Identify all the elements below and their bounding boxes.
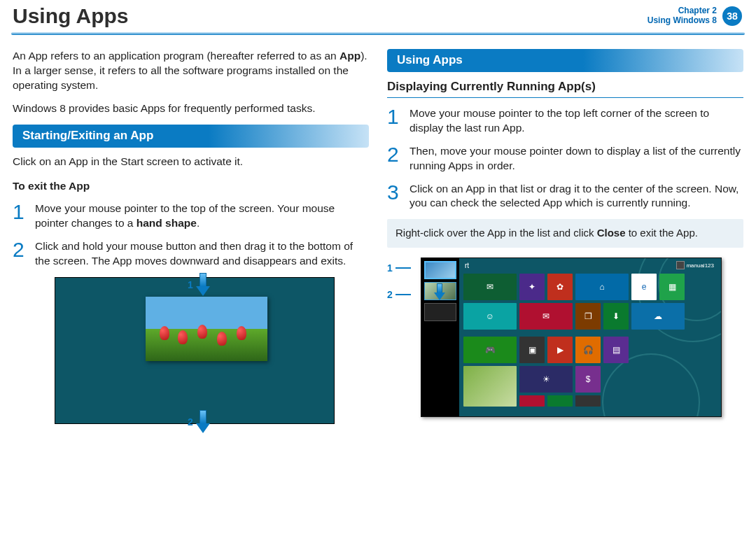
step-body: Move your mouse pointer to the top left … bbox=[410, 106, 743, 136]
exit-heading: To exit the App bbox=[13, 179, 369, 194]
right-step-3: 3 Click on an App in that list or drag i… bbox=[387, 182, 743, 211]
app-thumbnail bbox=[424, 303, 456, 321]
tile: 🎧 bbox=[575, 337, 601, 363]
start-screen-label: rt bbox=[465, 261, 469, 271]
figure-callout-2: 2 bbox=[188, 410, 210, 434]
start-text: Click on an App in the Start screen to a… bbox=[13, 155, 369, 169]
left-column: An App refers to an application program … bbox=[13, 49, 369, 435]
step-number: 3 bbox=[387, 182, 402, 211]
step-number: 2 bbox=[13, 239, 28, 269]
tile: ▣ bbox=[519, 337, 545, 363]
tile bbox=[547, 395, 573, 407]
tile: ❐ bbox=[575, 303, 601, 330]
tile: ⌂ bbox=[575, 274, 629, 300]
app-thumbnail bbox=[424, 261, 456, 279]
left-step-2: 2 Click and hold your mouse button and t… bbox=[13, 239, 369, 269]
note-box-close-app: Right-click over the App in the list and… bbox=[387, 219, 743, 247]
step-body: Move your mouse pointer to the top of th… bbox=[35, 202, 369, 231]
step-body: Then, move your mouse pointer down to di… bbox=[410, 144, 743, 174]
user-avatar-icon bbox=[676, 261, 685, 269]
tile: ✉ bbox=[463, 274, 517, 300]
tile bbox=[519, 395, 545, 407]
tile: ☺ bbox=[463, 303, 517, 330]
left-step-1: 1 Move your mouse pointer to the top of … bbox=[13, 202, 369, 231]
running-apps-sidebar bbox=[421, 258, 459, 416]
intro-paragraph-1: An App refers to an application program … bbox=[13, 49, 369, 93]
section-line: Using Windows 8 bbox=[648, 16, 717, 26]
app-window-thumbnail bbox=[146, 297, 267, 361]
tile: ☁ bbox=[631, 303, 685, 330]
figure-callout-2: 2 bbox=[387, 288, 411, 302]
tile bbox=[575, 395, 601, 407]
figure-running-apps: 1 2 bbox=[387, 258, 743, 417]
step-number: 1 bbox=[13, 202, 28, 231]
header-meta: Chapter 2 Using Windows 8 38 bbox=[648, 6, 742, 26]
tile: ✿ bbox=[547, 274, 573, 300]
start-screen-screenshot: rt manual123 ✉ ✦ ✿ ⌂ e ▦ ☺ ✉ ❐ ⬇ ☁ bbox=[421, 258, 722, 417]
arrow-down-icon bbox=[196, 273, 210, 297]
tile: e bbox=[631, 274, 657, 300]
tile bbox=[463, 366, 517, 407]
content-columns: An App refers to an application program … bbox=[0, 35, 756, 442]
intro-paragraph-2: Windows 8 provides basic Apps for freque… bbox=[13, 101, 369, 116]
section-bar-starting-exiting: Starting/Exiting an App bbox=[13, 125, 369, 148]
tile: ⬇ bbox=[603, 303, 629, 330]
tile: 🎮 bbox=[463, 337, 517, 363]
figure-callout-1: 1 bbox=[188, 273, 210, 297]
right-column: Using Apps Displaying Currently Running … bbox=[387, 49, 743, 435]
chapter-line: Chapter 2 bbox=[648, 6, 717, 16]
page-title: Using Apps bbox=[13, 4, 129, 28]
arrow-down-icon bbox=[196, 410, 210, 434]
right-step-1: 1 Move your mouse pointer to the top lef… bbox=[387, 106, 743, 136]
user-name-label: manual123 bbox=[686, 262, 714, 270]
figure-exit-app: 1 2 bbox=[55, 277, 335, 435]
tile: ▦ bbox=[659, 274, 685, 300]
step-body: Click on an App in that list or drag it … bbox=[410, 182, 743, 211]
step-body: Click and hold your mouse button and the… bbox=[35, 239, 369, 269]
tile: $ bbox=[575, 366, 601, 393]
figure-callout-1: 1 bbox=[387, 262, 411, 275]
tile: ✉ bbox=[519, 303, 573, 330]
sub-heading-display-running: Displaying Currently Running App(s) bbox=[387, 79, 743, 98]
page-header: Using Apps Chapter 2 Using Windows 8 38 bbox=[0, 0, 756, 29]
arrow-down-icon bbox=[434, 283, 445, 302]
tile: ☀ bbox=[519, 366, 573, 393]
step-number: 1 bbox=[387, 106, 402, 136]
tiles-grid: ✉ ✦ ✿ ⌂ e ▦ ☺ ✉ ❐ ⬇ ☁ 🎮 ▣ ▶ 🎧 bbox=[463, 274, 715, 412]
tile: ▶ bbox=[547, 337, 573, 363]
step-number: 2 bbox=[387, 144, 402, 174]
section-bar-using-apps: Using Apps bbox=[387, 49, 743, 72]
chapter-info: Chapter 2 Using Windows 8 bbox=[648, 6, 717, 26]
right-step-2: 2 Then, move your mouse pointer down to … bbox=[387, 144, 743, 174]
page-number-badge: 38 bbox=[722, 6, 742, 26]
tile: ▤ bbox=[603, 337, 629, 363]
tile: ✦ bbox=[519, 274, 545, 300]
